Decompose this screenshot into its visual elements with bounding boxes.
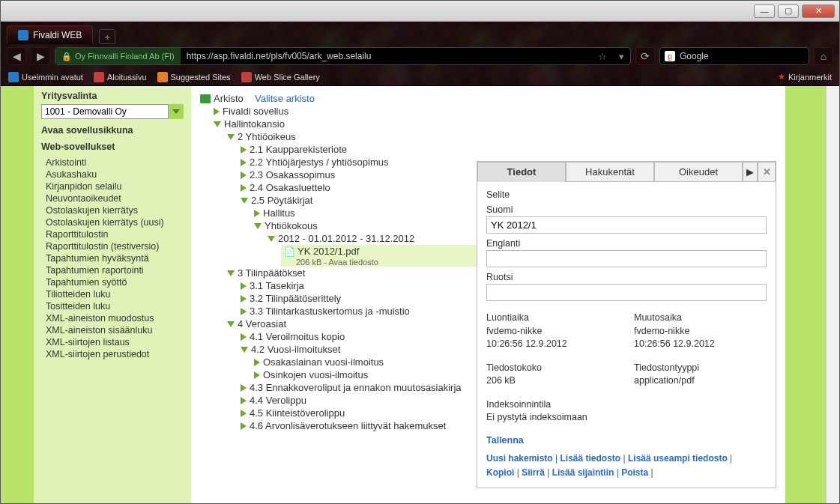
panel-next-icon[interactable]: ▶ bbox=[743, 162, 758, 181]
sidebar-item[interactable]: Arkistointi bbox=[41, 157, 184, 168]
tab-tiedot[interactable]: Tiedot bbox=[477, 162, 566, 182]
sidebar-item[interactable]: Tositteiden luku bbox=[41, 300, 184, 312]
minimize-button[interactable]: — bbox=[754, 4, 775, 18]
action-delete[interactable]: Poista bbox=[621, 467, 648, 478]
expand-icon[interactable] bbox=[254, 359, 260, 366]
tree-node[interactable]: 3.1 Tasekirja bbox=[250, 280, 304, 291]
choose-archive-link[interactable]: Valitse arkisto bbox=[255, 93, 315, 104]
action-add-loc[interactable]: Lisää sijaintiin bbox=[552, 467, 614, 478]
tree-node[interactable]: 3.3 Tilintarkastuskertomus ja -muistio bbox=[250, 306, 410, 317]
collapse-icon[interactable] bbox=[241, 198, 248, 204]
sidebar-item[interactable]: Kirjanpidon selailu bbox=[41, 180, 184, 192]
sidebar-item[interactable]: Ostolaskujen kierrätys (uusi) bbox=[41, 216, 184, 228]
sidebar-item[interactable]: Tiliotteiden luku bbox=[41, 288, 184, 300]
tree-node[interactable]: 3 Tilinpäätökset bbox=[238, 267, 305, 279]
expand-icon[interactable] bbox=[241, 384, 247, 392]
sidebar-item[interactable]: Asukashaku bbox=[41, 168, 184, 180]
maximize-button[interactable]: ▢ bbox=[778, 4, 799, 18]
tree-node[interactable]: 4.6 Arvonlisäverotukseen liittyvät hakem… bbox=[250, 420, 446, 431]
ruotsi-input[interactable] bbox=[486, 284, 767, 301]
tree-node[interactable]: 4.1 Veroilmoitus kopio bbox=[250, 331, 345, 342]
expand-icon[interactable] bbox=[241, 422, 247, 430]
collapse-icon[interactable] bbox=[227, 270, 235, 276]
tree-node[interactable]: Hallitus bbox=[263, 207, 295, 219]
collapse-icon[interactable] bbox=[241, 347, 248, 353]
bookmark-item[interactable]: Web Slice Gallery bbox=[241, 72, 320, 82]
url-bar[interactable]: 🔒 Oy Finnvalli Finland Ab (FI) https://a… bbox=[55, 47, 631, 65]
tree-node[interactable]: 2.5 Pöytäkirjat bbox=[251, 195, 312, 206]
new-tab-button[interactable]: + bbox=[99, 29, 115, 44]
action-move[interactable]: Siirrä bbox=[522, 467, 545, 478]
expand-icon[interactable] bbox=[254, 210, 260, 217]
home-button[interactable]: ⌂ bbox=[814, 47, 833, 65]
sidebar-item[interactable]: Ostolaskujen kierrätys bbox=[41, 204, 184, 216]
tab-hakukentat[interactable]: Hakukentät bbox=[566, 162, 654, 181]
collapse-icon[interactable] bbox=[227, 134, 235, 140]
sidebar-item[interactable]: Raporttitulostin (testiversio) bbox=[41, 240, 184, 252]
sidebar-item[interactable]: Tapahtumien hyväksyntä bbox=[41, 252, 184, 264]
bookmark-item[interactable]: Aloitussivu bbox=[94, 72, 147, 82]
bookmark-item[interactable]: Suggested Sites bbox=[157, 72, 231, 82]
search-box[interactable]: Google bbox=[659, 47, 809, 65]
tree-node[interactable]: 2.3 Osakassopimus bbox=[250, 169, 335, 180]
action-new-dir[interactable]: Uusi hakemisto bbox=[486, 453, 553, 464]
panel-close-icon[interactable]: ✕ bbox=[758, 162, 776, 181]
company-input[interactable] bbox=[41, 104, 169, 119]
tree-node[interactable]: Yhtiökokous bbox=[265, 220, 318, 231]
tree-node[interactable]: 2012 - 01.01.2012 - 31.12.2012 bbox=[278, 233, 414, 244]
expand-icon[interactable] bbox=[214, 108, 220, 115]
tree-node[interactable]: Osinkojen vuosi-ilmoitus bbox=[263, 369, 368, 380]
tree-node[interactable]: 4.5 Kiinteistöverolippu bbox=[250, 407, 345, 419]
sidebar-item[interactable]: XML-siirtojen perustiedot bbox=[41, 348, 184, 360]
tree-node[interactable]: 4 Veroasiat bbox=[238, 318, 286, 330]
bookmark-item[interactable]: Useimmin avatut bbox=[8, 72, 83, 82]
url-dropdown-icon[interactable]: ▾ bbox=[613, 51, 630, 62]
browser-tab[interactable]: Fivaldi WEB bbox=[7, 25, 93, 44]
action-add-file[interactable]: Lisää tiedosto bbox=[560, 453, 621, 464]
tree-node[interactable]: 2.1 Kaupparekisteriote bbox=[250, 144, 347, 155]
tree-node[interactable]: 4.4 Verolippu bbox=[250, 395, 306, 406]
reload-button[interactable]: ⟳ bbox=[635, 47, 655, 65]
action-copy[interactable]: Kopioi bbox=[486, 467, 514, 478]
expand-icon[interactable] bbox=[241, 159, 247, 166]
sidebar-item[interactable]: XML-aineiston sisäänluku bbox=[41, 324, 184, 336]
scrollbar[interactable] bbox=[826, 86, 839, 503]
back-button[interactable]: ◀ bbox=[7, 47, 26, 65]
sidebar-item[interactable]: Neuvontaoikeudet bbox=[41, 192, 184, 204]
collapse-icon[interactable] bbox=[214, 121, 221, 127]
ssl-identity[interactable]: 🔒 Oy Finnvalli Finland Ab (FI) bbox=[55, 48, 181, 64]
save-link[interactable]: Tallenna bbox=[486, 435, 524, 446]
tree-node[interactable]: Hallintokansio bbox=[224, 118, 285, 130]
company-dropdown-button[interactable] bbox=[169, 104, 184, 119]
tree-node[interactable]: 2 Yhtiöoikeus bbox=[238, 131, 296, 142]
close-button[interactable]: ✕ bbox=[802, 4, 835, 18]
tree-node[interactable]: 3.2 Tilinpäätöserittely bbox=[250, 293, 341, 304]
expand-icon[interactable] bbox=[241, 146, 247, 154]
tree-node[interactable]: 4.3 Ennakkoveroliput ja ennakon muutosas… bbox=[250, 382, 462, 393]
sidebar-item[interactable]: Raporttitulostin bbox=[41, 228, 184, 240]
tree-node[interactable]: Osakaslainan vuosi-ilmoitus bbox=[263, 356, 384, 368]
suomi-input[interactable] bbox=[486, 216, 767, 234]
sidebar-item[interactable]: XML-siirtojen listaus bbox=[41, 336, 184, 348]
bookmarks-menu[interactable]: ★Kirjanmerkit bbox=[778, 72, 832, 82]
expand-icon[interactable] bbox=[241, 171, 247, 179]
sidebar-item[interactable]: Tapahtumien syöttö bbox=[41, 276, 184, 288]
tree-node[interactable]: Fivaldi sovellus bbox=[223, 106, 288, 117]
collapse-icon[interactable] bbox=[227, 321, 235, 327]
expand-icon[interactable] bbox=[241, 410, 247, 417]
tree-node[interactable]: 2.4 Osakasluettelo bbox=[250, 182, 330, 193]
expand-icon[interactable] bbox=[241, 184, 247, 192]
bookmark-star-icon[interactable]: ☆ bbox=[592, 51, 613, 62]
sidebar-item[interactable]: Tapahtumien raportointi bbox=[41, 264, 184, 276]
expand-icon[interactable] bbox=[241, 333, 247, 341]
action-add-multi[interactable]: Lisää useampi tiedosto bbox=[628, 453, 728, 464]
collapse-icon[interactable] bbox=[268, 236, 275, 242]
englanti-input[interactable] bbox=[486, 250, 767, 267]
tab-oikeudet[interactable]: Oikeudet bbox=[654, 162, 743, 181]
expand-icon[interactable] bbox=[254, 371, 260, 379]
collapse-icon[interactable] bbox=[254, 223, 262, 229]
expand-icon[interactable] bbox=[241, 397, 247, 404]
tree-node[interactable]: 2.2 Yhtiöjärjestys / yhtiösopimus bbox=[250, 157, 388, 168]
open-app-link[interactable]: Avaa sovellusikkuna bbox=[41, 125, 184, 136]
expand-icon[interactable] bbox=[241, 295, 247, 303]
